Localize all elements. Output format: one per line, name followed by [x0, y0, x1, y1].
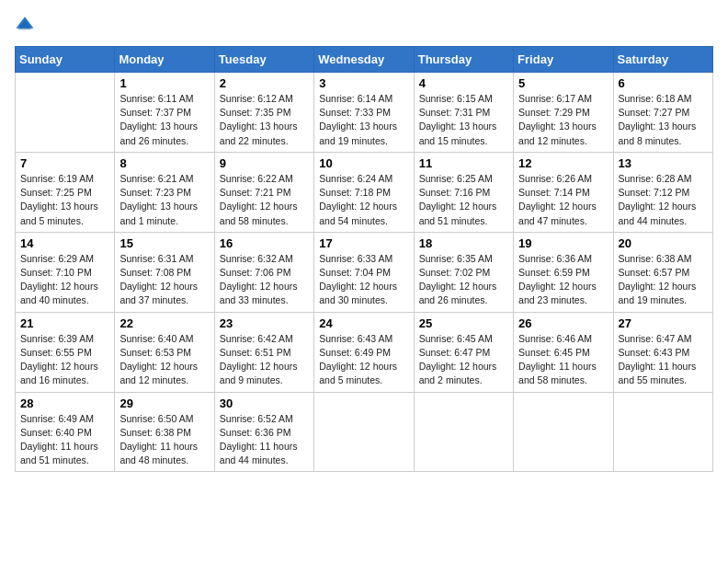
calendar-cell — [16, 73, 115, 153]
day-number: 14 — [20, 236, 109, 250]
day-info: Sunrise: 6:25 AM Sunset: 7:16 PM Dayligh… — [419, 172, 508, 228]
day-info: Sunrise: 6:31 AM Sunset: 7:08 PM Dayligh… — [119, 252, 209, 308]
day-info: Sunrise: 6:43 AM Sunset: 6:49 PM Dayligh… — [319, 332, 408, 388]
day-info: Sunrise: 6:38 AM Sunset: 6:57 PM Dayligh… — [619, 252, 708, 308]
week-row-2: 7Sunrise: 6:19 AM Sunset: 7:25 PM Daylig… — [16, 152, 713, 232]
day-info: Sunrise: 6:12 AM Sunset: 7:35 PM Dayligh… — [220, 92, 309, 148]
day-number: 23 — [220, 316, 309, 330]
day-number: 3 — [319, 76, 408, 90]
day-number: 30 — [220, 396, 309, 410]
day-header-wednesday: Wednesday — [314, 47, 414, 73]
calendar-cell: 1Sunrise: 6:11 AM Sunset: 7:37 PM Daylig… — [115, 73, 214, 153]
calendar-cell: 15Sunrise: 6:31 AM Sunset: 7:08 PM Dayli… — [115, 232, 214, 312]
day-header-sunday: Sunday — [16, 47, 115, 73]
calendar-cell: 19Sunrise: 6:36 AM Sunset: 6:59 PM Dayli… — [514, 232, 613, 312]
day-number: 17 — [319, 236, 408, 250]
day-number: 8 — [119, 156, 209, 170]
week-row-4: 21Sunrise: 6:39 AM Sunset: 6:55 PM Dayli… — [16, 312, 713, 392]
calendar-cell: 16Sunrise: 6:32 AM Sunset: 7:06 PM Dayli… — [214, 232, 313, 312]
calendar-cell: 27Sunrise: 6:47 AM Sunset: 6:43 PM Dayli… — [613, 312, 712, 392]
day-header-saturday: Saturday — [613, 47, 712, 73]
day-number: 27 — [619, 316, 708, 330]
day-number: 26 — [518, 316, 608, 330]
calendar-cell: 14Sunrise: 6:29 AM Sunset: 7:10 PM Dayli… — [16, 232, 115, 312]
day-info: Sunrise: 6:49 AM Sunset: 6:40 PM Dayligh… — [20, 412, 109, 468]
day-info: Sunrise: 6:45 AM Sunset: 6:47 PM Dayligh… — [419, 332, 508, 388]
calendar-cell: 10Sunrise: 6:24 AM Sunset: 7:18 PM Dayli… — [314, 152, 414, 232]
day-number: 12 — [518, 156, 608, 170]
day-info: Sunrise: 6:24 AM Sunset: 7:18 PM Dayligh… — [319, 172, 408, 228]
calendar-cell: 30Sunrise: 6:52 AM Sunset: 6:36 PM Dayli… — [214, 392, 313, 472]
day-number: 24 — [319, 316, 408, 330]
day-number: 28 — [20, 396, 109, 410]
day-number: 5 — [518, 76, 608, 90]
day-number: 18 — [419, 236, 508, 250]
calendar-cell: 12Sunrise: 6:26 AM Sunset: 7:14 PM Dayli… — [514, 152, 613, 232]
day-info: Sunrise: 6:46 AM Sunset: 6:45 PM Dayligh… — [518, 332, 608, 388]
calendar-cell — [514, 392, 613, 472]
calendar-table: SundayMondayTuesdayWednesdayThursdayFrid… — [15, 46, 713, 472]
day-number: 9 — [220, 156, 309, 170]
calendar-cell: 13Sunrise: 6:28 AM Sunset: 7:12 PM Dayli… — [613, 152, 712, 232]
calendar-cell: 21Sunrise: 6:39 AM Sunset: 6:55 PM Dayli… — [16, 312, 115, 392]
day-info: Sunrise: 6:47 AM Sunset: 6:43 PM Dayligh… — [619, 332, 708, 388]
calendar-cell: 29Sunrise: 6:50 AM Sunset: 6:38 PM Dayli… — [115, 392, 214, 472]
day-info: Sunrise: 6:33 AM Sunset: 7:04 PM Dayligh… — [319, 252, 408, 308]
day-header-tuesday: Tuesday — [214, 47, 313, 73]
day-info: Sunrise: 6:15 AM Sunset: 7:31 PM Dayligh… — [419, 92, 508, 148]
calendar-cell: 17Sunrise: 6:33 AM Sunset: 7:04 PM Dayli… — [314, 232, 414, 312]
day-number: 4 — [419, 76, 508, 90]
logo-icon — [15, 15, 35, 39]
day-number: 22 — [119, 316, 209, 330]
calendar-cell: 25Sunrise: 6:45 AM Sunset: 6:47 PM Dayli… — [414, 312, 513, 392]
calendar-cell: 7Sunrise: 6:19 AM Sunset: 7:25 PM Daylig… — [16, 152, 115, 232]
calendar-cell: 26Sunrise: 6:46 AM Sunset: 6:45 PM Dayli… — [514, 312, 613, 392]
calendar-cell — [414, 392, 513, 472]
day-number: 13 — [619, 156, 708, 170]
day-info: Sunrise: 6:26 AM Sunset: 7:14 PM Dayligh… — [518, 172, 608, 228]
day-info: Sunrise: 6:11 AM Sunset: 7:37 PM Dayligh… — [119, 92, 209, 148]
calendar-cell: 28Sunrise: 6:49 AM Sunset: 6:40 PM Dayli… — [16, 392, 115, 472]
day-number: 11 — [419, 156, 508, 170]
day-header-monday: Monday — [115, 47, 214, 73]
day-info: Sunrise: 6:17 AM Sunset: 7:29 PM Dayligh… — [518, 92, 608, 148]
calendar-cell: 20Sunrise: 6:38 AM Sunset: 6:57 PM Dayli… — [613, 232, 712, 312]
day-info: Sunrise: 6:18 AM Sunset: 7:27 PM Dayligh… — [619, 92, 708, 148]
day-number: 19 — [518, 236, 608, 250]
day-info: Sunrise: 6:42 AM Sunset: 6:51 PM Dayligh… — [220, 332, 309, 388]
logo — [15, 15, 37, 39]
calendar-cell: 23Sunrise: 6:42 AM Sunset: 6:51 PM Dayli… — [214, 312, 313, 392]
day-info: Sunrise: 6:39 AM Sunset: 6:55 PM Dayligh… — [20, 332, 109, 388]
day-number: 25 — [419, 316, 508, 330]
day-info: Sunrise: 6:29 AM Sunset: 7:10 PM Dayligh… — [20, 252, 109, 308]
day-info: Sunrise: 6:14 AM Sunset: 7:33 PM Dayligh… — [319, 92, 408, 148]
page-header — [15, 15, 713, 39]
calendar-cell: 6Sunrise: 6:18 AM Sunset: 7:27 PM Daylig… — [613, 73, 712, 153]
calendar-cell: 3Sunrise: 6:14 AM Sunset: 7:33 PM Daylig… — [314, 73, 414, 153]
day-info: Sunrise: 6:35 AM Sunset: 7:02 PM Dayligh… — [419, 252, 508, 308]
day-header-thursday: Thursday — [414, 47, 513, 73]
calendar-cell: 4Sunrise: 6:15 AM Sunset: 7:31 PM Daylig… — [414, 73, 513, 153]
day-number: 20 — [619, 236, 708, 250]
day-header-friday: Friday — [514, 47, 613, 73]
day-info: Sunrise: 6:32 AM Sunset: 7:06 PM Dayligh… — [220, 252, 309, 308]
day-info: Sunrise: 6:36 AM Sunset: 6:59 PM Dayligh… — [518, 252, 608, 308]
day-number: 15 — [119, 236, 209, 250]
calendar-cell: 22Sunrise: 6:40 AM Sunset: 6:53 PM Dayli… — [115, 312, 214, 392]
calendar-cell: 18Sunrise: 6:35 AM Sunset: 7:02 PM Dayli… — [414, 232, 513, 312]
day-number: 7 — [20, 156, 109, 170]
week-row-5: 28Sunrise: 6:49 AM Sunset: 6:40 PM Dayli… — [16, 392, 713, 472]
day-number: 16 — [220, 236, 309, 250]
day-info: Sunrise: 6:28 AM Sunset: 7:12 PM Dayligh… — [619, 172, 708, 228]
day-info: Sunrise: 6:50 AM Sunset: 6:38 PM Dayligh… — [119, 412, 209, 468]
day-number: 29 — [119, 396, 209, 410]
calendar-cell — [314, 392, 414, 472]
day-info: Sunrise: 6:22 AM Sunset: 7:21 PM Dayligh… — [220, 172, 309, 228]
day-number: 1 — [119, 76, 209, 90]
calendar-cell: 11Sunrise: 6:25 AM Sunset: 7:16 PM Dayli… — [414, 152, 513, 232]
day-number: 21 — [20, 316, 109, 330]
day-info: Sunrise: 6:19 AM Sunset: 7:25 PM Dayligh… — [20, 172, 109, 228]
calendar-cell: 8Sunrise: 6:21 AM Sunset: 7:23 PM Daylig… — [115, 152, 214, 232]
day-number: 10 — [319, 156, 408, 170]
calendar-cell — [613, 392, 712, 472]
